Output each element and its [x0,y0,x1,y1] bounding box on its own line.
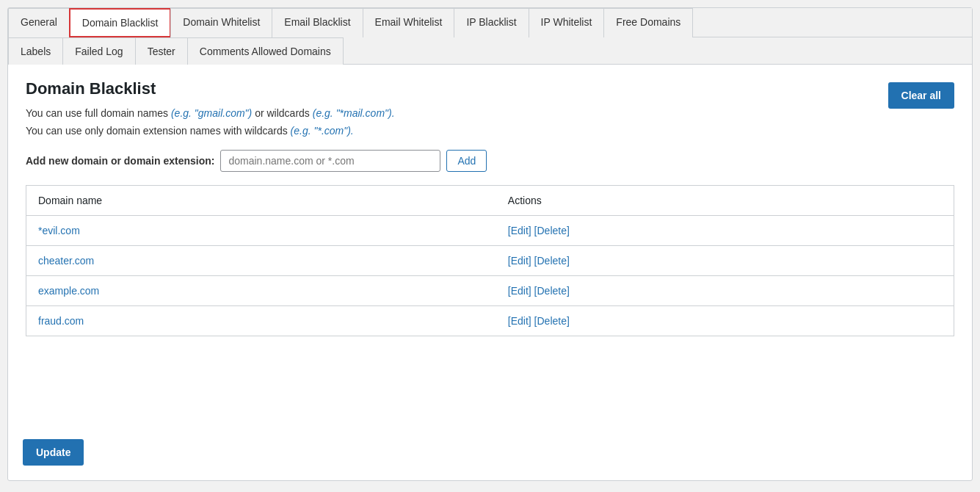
domain-cell: cheater.com [26,246,496,276]
tab-free-domains[interactable]: Free Domains [603,8,693,37]
actions-cell: [Edit] [Delete] [496,276,954,306]
col-domain-header: Domain name [26,186,496,216]
tab-email-blacklist[interactable]: Email Blacklist [272,8,363,37]
description-2: You can use only domain extension names … [26,125,954,137]
edit-link[interactable]: [Edit] [508,255,531,267]
table-row: fraud.com[Edit] [Delete] [26,306,954,336]
actions-cell: [Edit] [Delete] [496,246,954,276]
table-row: cheater.com[Edit] [Delete] [26,246,954,276]
domain-cell: fraud.com [26,306,496,336]
domains-table: Domain name Actions *evil.com[Edit] [Del… [26,185,954,336]
delete-link[interactable]: [Delete] [534,255,570,267]
add-domain-row: Add new domain or domain extension: Add [26,150,954,172]
add-button[interactable]: Add [446,150,487,172]
desc1-example2: (e.g. "*mail.com"). [313,107,395,119]
desc2-prefix: You can use only domain extension names … [26,125,291,137]
domain-cell: example.com [26,276,496,306]
delete-link[interactable]: [Delete] [534,285,570,297]
delete-link[interactable]: [Delete] [534,315,570,327]
desc1-middle: or wildcards [252,107,312,119]
page-title: Domain Blacklist [26,79,954,98]
desc1-example1: (e.g. "gmail.com") [171,107,252,119]
domain-cell: *evil.com [26,216,496,246]
tab-ip-blacklist[interactable]: IP Blacklist [454,8,529,37]
description-1: You can use full domain names (e.g. "gma… [26,107,954,119]
footer-area: Update [8,417,972,480]
actions-cell: [Edit] [Delete] [496,216,954,246]
actions-cell: [Edit] [Delete] [496,306,954,336]
table-row: *evil.com[Edit] [Delete] [26,216,954,246]
desc2-example: (e.g. "*.com"). [291,125,354,137]
edit-link[interactable]: [Edit] [508,225,531,236]
delete-link[interactable]: [Delete] [534,225,570,236]
tab-ip-whitelist[interactable]: IP Whitelist [529,8,605,37]
clear-all-button[interactable]: Clear all [888,82,954,109]
tab-failed-log[interactable]: Failed Log [62,37,135,65]
update-button[interactable]: Update [23,439,84,466]
content-area: Domain Blacklist Clear all You can use f… [8,65,972,417]
col-actions-header: Actions [496,186,954,216]
tab-domain-blacklist[interactable]: Domain Blacklist [69,8,171,37]
desc1-prefix: You can use full domain names [26,107,171,119]
edit-link[interactable]: [Edit] [508,315,531,327]
add-domain-input[interactable] [220,150,440,172]
table-row: example.com[Edit] [Delete] [26,276,954,306]
tab-row-1: GeneralDomain BlacklistDomain WhitelistE… [8,8,972,37]
tab-email-whitelist[interactable]: Email Whitelist [363,8,455,37]
tab-general[interactable]: General [8,8,70,37]
tab-labels[interactable]: Labels [8,37,63,65]
tab-tester[interactable]: Tester [135,37,188,65]
edit-link[interactable]: [Edit] [508,285,531,297]
tab-domain-whitelist[interactable]: Domain Whitelist [170,8,272,37]
tab-row-2: LabelsFailed LogTesterComments Allowed D… [8,37,972,65]
add-domain-label: Add new domain or domain extension: [26,155,214,167]
tab-comments-allowed-domains[interactable]: Comments Allowed Domains [187,37,344,65]
